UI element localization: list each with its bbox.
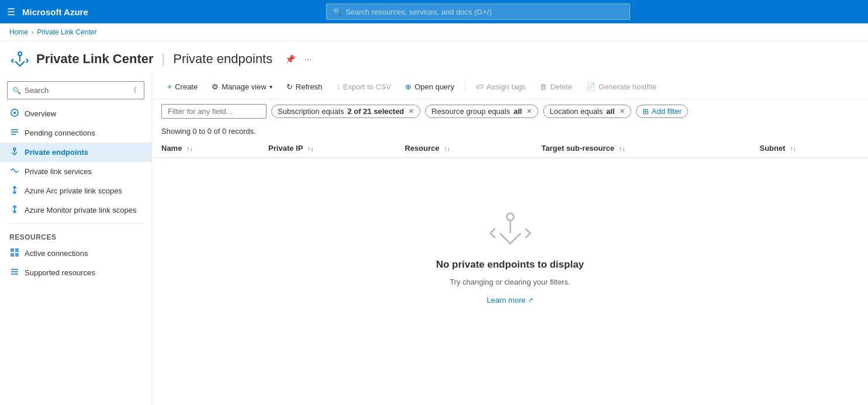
svg-rect-13: [11, 253, 14, 257]
create-icon: +: [167, 82, 172, 91]
content-area: + Create ⚙ Manage view ▾ ↻ Refresh ↓ Exp…: [152, 74, 868, 405]
azure-arc-icon: [9, 185, 20, 196]
sidebar-item-private-link-services[interactable]: Private link services: [0, 162, 151, 181]
sidebar-search-icon: 🔍: [12, 86, 21, 95]
private-link-icon: [11, 50, 29, 68]
page-title-sep: |: [162, 51, 165, 67]
assign-tags-button[interactable]: 🏷 Assign tags: [470, 79, 531, 94]
main-layout: 🔍 《 Overview Pending connections: [0, 74, 868, 405]
resource-group-filter-tag[interactable]: Resource group equals all ✕: [425, 105, 538, 118]
global-search[interactable]: 🔍: [326, 4, 630, 20]
sidebar-item-azure-arc[interactable]: Azure Arc private link scopes: [0, 181, 151, 200]
assign-tags-icon: 🏷: [476, 82, 483, 91]
sidebar-search-input[interactable]: [25, 86, 124, 95]
app-title: Microsoft Azure: [22, 7, 88, 17]
supported-resources-icon: [9, 267, 20, 278]
azure-monitor-icon: [9, 205, 20, 216]
subscription-filter-value: 2 of 21 selected: [347, 107, 404, 116]
delete-icon: 🗑: [540, 82, 547, 91]
sidebar-item-label-link-services: Private link services: [25, 167, 92, 176]
refresh-icon: ↻: [286, 82, 293, 91]
manage-view-chevron: ▾: [269, 84, 272, 90]
sort-icon-target: ↑↓: [619, 145, 625, 152]
sidebar-search[interactable]: 🔍 《: [7, 81, 144, 99]
sidebar-item-supported-resources[interactable]: Supported resources: [0, 263, 151, 282]
refresh-button[interactable]: ↻ Refresh: [281, 79, 328, 94]
location-filter-close[interactable]: ✕: [620, 108, 625, 115]
toolbar: + Create ⚙ Manage view ▾ ↻ Refresh ↓ Exp…: [152, 74, 868, 99]
generate-hostfile-button[interactable]: 📄 Generate hostfile: [580, 79, 662, 94]
location-filter-label: Location equals: [549, 107, 603, 116]
private-endpoints-icon: [9, 147, 20, 158]
hamburger-menu[interactable]: ☰: [7, 6, 15, 18]
filter-bar: Subscription equals 2 of 21 selected ✕ R…: [152, 99, 868, 123]
manage-view-button[interactable]: ⚙ Manage view ▾: [206, 79, 278, 94]
breadcrumb-home[interactable]: Home: [9, 28, 28, 36]
svg-rect-11: [11, 248, 14, 252]
sidebar-item-label-overview: Overview: [25, 109, 56, 118]
sort-icon-name: ↑↓: [186, 145, 193, 152]
sort-icon-ip: ↑↓: [307, 145, 314, 152]
empty-state: No private endpoints to display Try chan…: [152, 158, 868, 351]
sidebar-item-label-supported: Supported resources: [25, 268, 95, 277]
pin-icon[interactable]: 📌: [283, 52, 298, 66]
add-filter-button[interactable]: ⊞ Add filter: [636, 105, 688, 118]
page-subtitle: Private endpoints: [173, 51, 272, 67]
rg-filter-close[interactable]: ✕: [527, 108, 532, 115]
sidebar-item-pending-connections[interactable]: Pending connections: [0, 123, 151, 143]
location-filter-tag[interactable]: Location equals all ✕: [543, 105, 631, 118]
search-icon: 🔍: [333, 8, 342, 16]
page-icon: [9, 49, 30, 70]
records-count: Showing 0 to 0 of 0 records.: [152, 123, 868, 139]
export-csv-button[interactable]: ↓ Export to CSV: [330, 79, 397, 94]
export-icon: ↓: [336, 82, 340, 91]
svg-point-0: [18, 52, 22, 56]
empty-state-subtitle: Try changing or clearing your filters.: [449, 278, 570, 286]
col-resource[interactable]: Resource ↑↓: [395, 139, 532, 158]
breadcrumb-sep1: ›: [32, 29, 33, 36]
col-name[interactable]: Name ↑↓: [152, 139, 259, 158]
page-title: Private Link Center: [36, 51, 154, 67]
delete-button[interactable]: 🗑 Delete: [534, 79, 578, 94]
more-icon[interactable]: ···: [302, 52, 314, 66]
col-target-sub-resource[interactable]: Target sub-resource ↑↓: [532, 139, 750, 158]
sidebar-item-active-connections[interactable]: Active connections: [0, 244, 151, 263]
empty-state-title: No private endpoints to display: [436, 259, 584, 271]
table-header-row: Name ↑↓ Private IP ↑↓ Resource ↑↓ Target…: [152, 139, 868, 158]
sidebar-item-private-endpoints[interactable]: Private endpoints: [0, 143, 151, 162]
sidebar: 🔍 《 Overview Pending connections: [0, 74, 152, 405]
subscription-filter-label: Subscription equals: [278, 107, 344, 116]
svg-point-18: [507, 213, 514, 220]
sidebar-item-label-active: Active connections: [25, 249, 88, 258]
sidebar-divider: [7, 223, 144, 224]
create-button[interactable]: + Create: [161, 79, 203, 94]
svg-rect-14: [15, 253, 19, 257]
sidebar-collapse-btn[interactable]: 《: [127, 84, 139, 96]
global-search-input[interactable]: [345, 8, 624, 16]
page-header-actions: 📌 ···: [283, 52, 314, 66]
add-filter-icon: ⊞: [642, 107, 649, 116]
toolbar-sep1: [465, 81, 465, 92]
rg-filter-value: all: [514, 107, 522, 116]
data-table: Name ↑↓ Private IP ↑↓ Resource ↑↓ Target…: [152, 139, 868, 158]
col-private-ip[interactable]: Private IP ↑↓: [259, 139, 395, 158]
subscription-filter-close[interactable]: ✕: [409, 108, 414, 115]
manage-view-icon: ⚙: [212, 82, 219, 91]
sort-icon-resource: ↑↓: [444, 145, 450, 152]
sidebar-item-label-arc: Azure Arc private link scopes: [25, 186, 122, 195]
open-query-button[interactable]: ⊕ Open query: [399, 79, 460, 94]
svg-point-3: [13, 112, 16, 114]
sidebar-item-azure-monitor[interactable]: Azure Monitor private link scopes: [0, 200, 151, 220]
sort-icon-subnet: ↑↓: [790, 145, 796, 152]
active-connections-icon: [9, 248, 20, 259]
sidebar-item-label-monitor: Azure Monitor private link scopes: [25, 206, 136, 214]
filter-input[interactable]: [161, 104, 267, 119]
subscription-filter-tag[interactable]: Subscription equals 2 of 21 selected ✕: [271, 105, 420, 118]
page-header: Private Link Center | Private endpoints …: [0, 41, 868, 74]
learn-more-link[interactable]: Learn more ↗: [487, 296, 533, 304]
breadcrumb: Home › Private Link Center: [0, 23, 868, 41]
breadcrumb-current[interactable]: Private Link Center: [37, 28, 96, 36]
empty-state-icon: [487, 205, 534, 252]
col-subnet[interactable]: Subnet ↑↓: [750, 139, 868, 158]
sidebar-item-overview[interactable]: Overview: [0, 104, 151, 123]
